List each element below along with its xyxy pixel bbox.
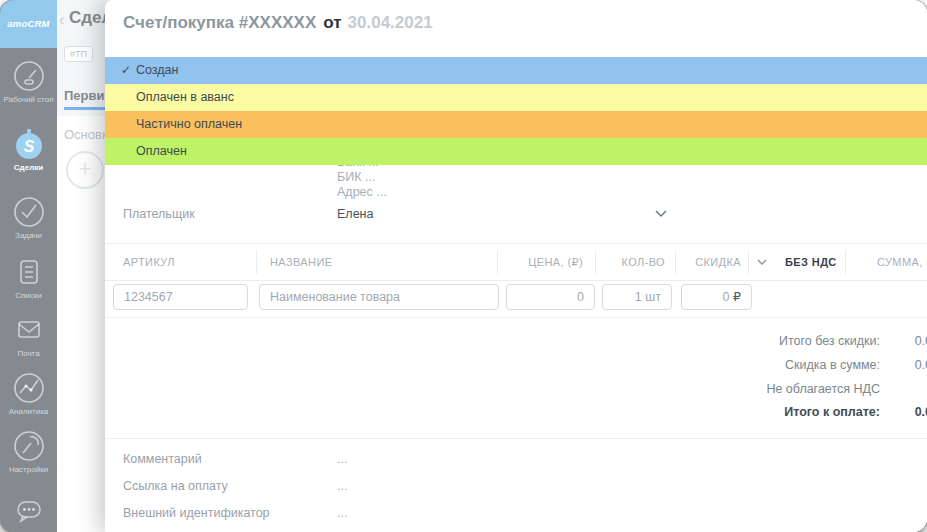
sidebar-item-label: Задачи bbox=[0, 231, 57, 240]
invoice-modal: Счет/покупка #XXXXXXот30.04.2021 ✓ Созда… bbox=[105, 0, 927, 532]
sidebar-item-label: Списки bbox=[0, 291, 57, 300]
deals-icon: S bbox=[11, 126, 47, 162]
column-name: НАЗВАНИЕ bbox=[270, 256, 333, 268]
items-section-divider bbox=[105, 317, 927, 318]
lists-icon bbox=[11, 254, 47, 290]
sidebar-item-deals[interactable]: S Сделки bbox=[0, 126, 57, 172]
payer-select[interactable]: Елена bbox=[337, 207, 373, 221]
invoice-title-preposition: от bbox=[323, 13, 341, 32]
sidebar-item-dashboard[interactable]: Рабочий стол bbox=[0, 58, 57, 104]
settings-icon bbox=[11, 428, 47, 464]
status-label: Оплачен bbox=[136, 138, 187, 165]
total-without-discount-label: Итого без скидки: bbox=[779, 334, 880, 348]
svg-text:S: S bbox=[23, 138, 34, 155]
total-without-discount-value: 0.00 bbox=[915, 334, 927, 348]
payment-link-value[interactable]: ... bbox=[337, 479, 347, 493]
vat-mode-label[interactable]: Не облагается НДС bbox=[766, 382, 880, 396]
column-separator bbox=[748, 250, 749, 274]
dashboard-icon bbox=[11, 58, 47, 94]
footer-divider bbox=[105, 438, 927, 439]
column-qty: КОЛ-ВО bbox=[595, 256, 665, 268]
tasks-icon bbox=[11, 194, 47, 230]
status-option-advance-paid[interactable]: Оплачен в аванс bbox=[105, 84, 927, 111]
chevron-down-icon[interactable] bbox=[655, 210, 667, 218]
analytics-icon bbox=[11, 370, 47, 406]
deal-tag-badge[interactable]: #ТП bbox=[64, 46, 93, 62]
status-option-created[interactable]: ✓ Создан bbox=[105, 57, 927, 84]
requisite-address: Адрес ... bbox=[337, 185, 387, 200]
payer-label: Плательщик bbox=[123, 207, 195, 221]
status-label: Создан bbox=[136, 57, 178, 84]
invoice-title: Счет/покупка #XXXXXXот30.04.2021 bbox=[123, 13, 433, 33]
column-separator bbox=[845, 250, 846, 274]
column-price: ЦЕНА, (₽) bbox=[497, 256, 583, 269]
sidebar-item-label: Рабочий стол bbox=[0, 95, 57, 104]
price-input[interactable]: 0 bbox=[506, 284, 595, 310]
discount-sum-label: Скидка в сумме: bbox=[785, 358, 880, 372]
column-separator bbox=[256, 250, 257, 274]
amocrm-logo: amoCRM bbox=[0, 0, 57, 48]
sidebar: amoCRM Рабочий стол S Сделки bbox=[0, 0, 57, 532]
comment-label: Комментарий bbox=[123, 452, 202, 466]
sidebar-item-settings[interactable]: Настройки bbox=[0, 428, 57, 474]
column-sku: АРТИКУЛ bbox=[123, 256, 175, 268]
requisite-bik: БИК ... bbox=[337, 170, 387, 185]
sidebar-item-mail[interactable]: Почта bbox=[0, 312, 57, 358]
invoice-number: Счет/покупка #XXXXXX bbox=[123, 13, 316, 32]
app-window: amoCRM Рабочий стол S Сделки bbox=[0, 0, 927, 532]
external-id-value[interactable]: ... bbox=[337, 506, 347, 520]
discount-sum-value: 0.00 bbox=[915, 358, 927, 372]
sku-input[interactable]: 1234567 bbox=[113, 284, 248, 310]
sidebar-item-tasks[interactable]: Задачи bbox=[0, 194, 57, 240]
sidebar-item-label: Настройки bbox=[0, 465, 57, 474]
sidebar-item-analytics[interactable]: Аналитика bbox=[0, 370, 57, 416]
discount-input[interactable]: 0 ₽ bbox=[681, 284, 752, 310]
status-option-partially-paid[interactable]: Частично оплачен bbox=[105, 111, 927, 138]
sidebar-item-support-chat[interactable] bbox=[0, 492, 57, 528]
status-label: Частично оплачен bbox=[136, 111, 242, 138]
column-discount: СКИДКА bbox=[675, 256, 741, 268]
column-sum: СУММА, (₽) bbox=[877, 256, 927, 269]
ruble-sign: ₽ bbox=[733, 290, 741, 304]
add-button[interactable]: + bbox=[66, 151, 104, 189]
items-table-header: АРТИКУЛ НАЗВАНИЕ ЦЕНА, (₽) КОЛ-ВО СКИДКА… bbox=[105, 243, 927, 281]
total-due-value: 0.00 bbox=[915, 405, 927, 419]
chat-icon bbox=[11, 492, 47, 528]
qty-input[interactable]: 1 шт bbox=[602, 284, 672, 310]
sidebar-item-label: Почта bbox=[0, 349, 57, 358]
sidebar-item-lists[interactable]: Списки bbox=[0, 254, 57, 300]
discount-amount: 0 bbox=[723, 290, 730, 304]
payment-link-label: Ссылка на оплату bbox=[123, 479, 228, 493]
back-chevron-icon[interactable]: ‹ bbox=[59, 11, 64, 29]
check-icon: ✓ bbox=[121, 57, 131, 84]
total-due-label: Итого к оплате: bbox=[784, 405, 880, 419]
invoice-date[interactable]: 30.04.2021 bbox=[348, 13, 433, 32]
column-vat-selected[interactable]: БЕЗ НДС bbox=[785, 256, 837, 268]
item-name-input[interactable]: Наименование товара bbox=[259, 284, 499, 310]
mail-icon bbox=[11, 312, 47, 348]
comment-value[interactable]: ... bbox=[337, 452, 347, 466]
sidebar-item-label: Аналитика bbox=[0, 407, 57, 416]
status-option-paid[interactable]: Оплачен bbox=[105, 138, 927, 165]
status-label: Оплачен в аванс bbox=[136, 84, 234, 111]
external-id-label: Внешний идентификатор bbox=[123, 506, 270, 520]
vat-chevron-down-icon[interactable] bbox=[757, 259, 767, 266]
sidebar-item-label: Сделки bbox=[0, 163, 57, 172]
